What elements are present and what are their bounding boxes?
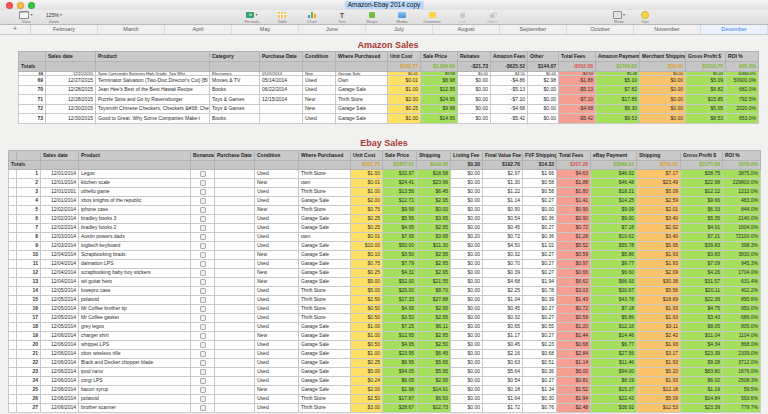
cell[interactable]: -$5.13	[491, 85, 528, 95]
cell[interactable]: dalmation LPS	[79, 260, 191, 269]
row-number[interactable]: 12	[17, 269, 41, 278]
totals-cell[interactable]: $2,296.60	[421, 62, 458, 72]
cell[interactable]	[191, 395, 215, 404]
cell[interactable]: Used	[255, 296, 299, 305]
cell[interactable]: 229800.0%	[723, 179, 761, 188]
cell[interactable]: Garage Sale	[299, 197, 351, 206]
cell[interactable]: $15.85	[686, 95, 726, 105]
cell[interactable]: $3.50	[383, 314, 417, 323]
cell[interactable]	[191, 188, 215, 197]
cell[interactable]: Used	[255, 242, 299, 251]
cell[interactable]: $50.00	[383, 242, 417, 251]
totals-cell[interactable]: $0.30	[451, 161, 483, 170]
cell[interactable]: New	[255, 332, 299, 341]
column-header[interactable]: Product	[96, 52, 210, 62]
bonanza-checkbox[interactable]	[200, 360, 206, 366]
cell[interactable]: Used	[255, 224, 299, 233]
cell[interactable]: Garage Sale	[299, 368, 351, 377]
cell[interactable]	[215, 224, 255, 233]
cell[interactable]: $8.70	[417, 287, 451, 296]
totals-cell[interactable]	[336, 62, 388, 72]
cell[interactable]: $5.95	[383, 215, 417, 224]
cell[interactable]: $1.80	[557, 188, 591, 197]
cell[interactable]: $3.03	[557, 287, 591, 296]
cell[interactable]: -$5.13	[559, 85, 596, 95]
cell[interactable]: ipod nano	[79, 368, 191, 377]
column-header[interactable]: Other	[528, 52, 559, 62]
cell[interactable]: $11.30	[417, 242, 451, 251]
cell[interactable]: $9.00	[591, 215, 637, 224]
cell[interactable]: New	[255, 179, 299, 188]
cell[interactable]: Used	[255, 404, 299, 413]
cell[interactable]: $2.00	[351, 386, 383, 395]
cell[interactable]: $6.95	[383, 359, 417, 368]
cell[interactable]: $1.41	[557, 197, 591, 206]
cell[interactable]: $0.00	[451, 404, 483, 413]
totals-cell[interactable]: 1079.0%	[723, 161, 761, 170]
chart-button[interactable]: Chart	[297, 10, 327, 24]
cell[interactable]: $0.00	[451, 296, 483, 305]
cell[interactable]	[191, 350, 215, 359]
cell[interactable]: 1104.0%	[723, 332, 761, 341]
cell[interactable]: $6.77	[591, 341, 637, 350]
cell[interactable]: 792.5%	[726, 95, 759, 105]
cell[interactable]: $0.45	[483, 305, 523, 314]
bonanza-checkbox[interactable]	[200, 189, 206, 195]
cell[interactable]: $1.93	[637, 314, 681, 323]
cell[interactable]: Scrapbooking brads	[79, 251, 191, 260]
cell[interactable]: Used	[255, 305, 299, 314]
cell[interactable]: Good to Great: Why Some Companies Make t	[96, 114, 210, 124]
cell[interactable]: $1.93	[637, 359, 681, 368]
cell[interactable]: xbox knights of the republic	[79, 197, 191, 206]
column-header[interactable]: Purchase Date	[260, 52, 303, 62]
cell[interactable]: xbox wireless rifle	[79, 350, 191, 359]
cell[interactable]: $4.95	[383, 305, 417, 314]
minimize-button[interactable]	[17, 2, 24, 9]
cell[interactable]	[191, 179, 215, 188]
row-number[interactable]: 26	[17, 395, 41, 404]
cell[interactable]: $12.95	[421, 85, 458, 95]
cell[interactable]: 12/01/2014	[41, 179, 79, 188]
cell[interactable]: $2.50	[351, 395, 383, 404]
cell[interactable]: kitchen scale	[79, 179, 191, 188]
column-header[interactable]: eBay Payment	[591, 151, 637, 161]
totals-label[interactable]: Totals	[19, 62, 46, 72]
cell[interactable]: 12/02/2014	[41, 206, 79, 215]
cell[interactable]: 05/14/2014	[260, 76, 303, 86]
cell[interactable]: 12/30/2015	[46, 114, 96, 124]
row-number[interactable]: 69	[19, 76, 46, 86]
formula-button[interactable]: fx▾Formula	[237, 10, 267, 24]
cell[interactable]	[215, 242, 255, 251]
cell[interactable]: $0.81	[557, 377, 591, 386]
cell[interactable]	[215, 386, 255, 395]
cell[interactable]: $0.00	[451, 179, 483, 188]
row-number[interactable]: 18	[17, 323, 41, 332]
cell[interactable]: $46.48	[591, 179, 637, 188]
cell[interactable]: Garage Sale	[336, 85, 388, 95]
add-sheet-button[interactable]: +	[0, 25, 31, 34]
cell[interactable]: $1.88	[557, 179, 591, 188]
cell[interactable]: $1.00	[388, 85, 421, 95]
cell[interactable]: Used	[255, 287, 299, 296]
cell[interactable]: 950.0%	[723, 305, 761, 314]
cell[interactable]: $2.95	[417, 224, 451, 233]
cell[interactable]: $8.53	[686, 114, 726, 124]
row-number[interactable]: 3	[17, 188, 41, 197]
cell[interactable]: $0.00	[640, 114, 686, 124]
cell[interactable]: $1.66	[523, 170, 557, 179]
cell[interactable]: $21.55	[417, 278, 451, 287]
cell[interactable]: Used	[255, 233, 299, 242]
cell[interactable]: Garage Sale	[299, 242, 351, 251]
cell[interactable]: Thrift Store	[299, 170, 351, 179]
cell[interactable]: 805.0%	[723, 323, 761, 332]
cell[interactable]: $2.98	[528, 76, 559, 86]
column-header[interactable]: Unit Cost	[351, 151, 383, 161]
cell[interactable]: $2.00	[388, 95, 421, 105]
cell[interactable]: $20.11	[681, 287, 723, 296]
cell[interactable]	[191, 377, 215, 386]
cell[interactable]: $5.95	[637, 242, 681, 251]
cell[interactable]	[215, 350, 255, 359]
cell[interactable]: $0.27	[523, 197, 557, 206]
cell[interactable]: $0.63	[483, 359, 523, 368]
cell[interactable]: $7.21	[681, 233, 723, 242]
